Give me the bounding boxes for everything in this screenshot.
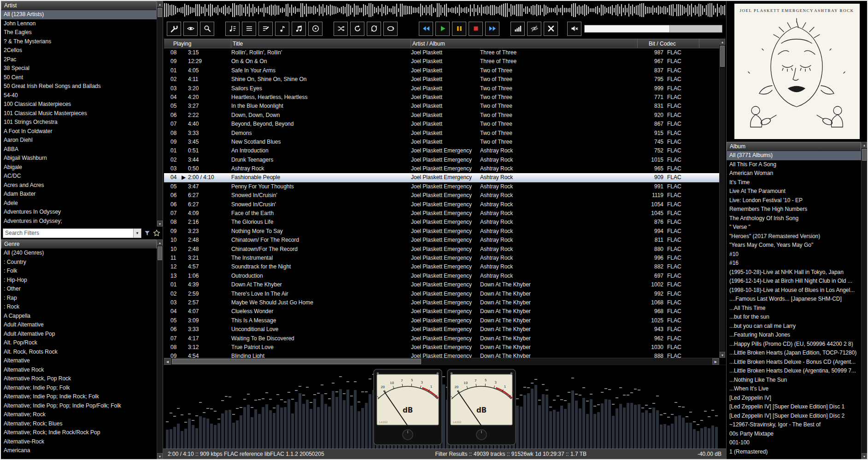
sync-button[interactable] bbox=[367, 22, 381, 36]
artist-list-item[interactable]: 2Pac bbox=[1, 55, 157, 64]
album-list-item[interactable]: [Led Zeppelin IV] [Super Deluxe Edition]… bbox=[727, 402, 861, 412]
scroll-up-button[interactable]: ▲ bbox=[862, 142, 867, 148]
genre-list-item[interactable]: Alternative; Indie Pop; Folk bbox=[1, 384, 157, 393]
search-dropdown-button[interactable]: ▼ bbox=[133, 229, 141, 238]
track-row[interactable]: 032:57Maybe We Should Just Go HomeJoel P… bbox=[164, 298, 719, 307]
track-row[interactable]: 102:48Chinatown/For The RecordJoel Plask… bbox=[164, 245, 719, 254]
genre-list-item[interactable]: : Rap bbox=[1, 294, 157, 303]
scrollbar-thumb[interactable] bbox=[158, 8, 162, 17]
artist-list-item[interactable]: Abigale bbox=[1, 163, 157, 172]
mute-button[interactable] bbox=[567, 22, 581, 36]
scrollbar-track[interactable] bbox=[157, 245, 163, 453]
album-list-item[interactable]: ....Famous Last Words... [Japanese SHM-C… bbox=[727, 295, 861, 304]
track-row[interactable]: 083:15Rollin', Rollin', Rollin'Joel Plas… bbox=[164, 48, 719, 57]
music-notes-button[interactable] bbox=[292, 22, 306, 36]
artist-list-item[interactable]: 38 Special bbox=[1, 64, 157, 73]
album-art[interactable]: JOEL PLASKETT EMERGENCY ASHTRAY ROCK bbox=[734, 4, 860, 139]
playlist-edit-button[interactable] bbox=[258, 22, 273, 36]
artist-list-item[interactable]: 100 Classical Masterpieces bbox=[1, 100, 157, 109]
genre-list-item[interactable]: Adult Alternative Pop bbox=[1, 330, 157, 339]
genre-list-item[interactable]: Adult Alternative bbox=[1, 320, 157, 330]
track-row[interactable]: 124:57Soundtrack for the NightJoel Plask… bbox=[164, 262, 719, 271]
album-list-item[interactable]: " Verse " bbox=[727, 223, 861, 232]
scrollbar-track[interactable] bbox=[171, 358, 712, 365]
artist-list-item[interactable]: 2Cellos bbox=[1, 46, 157, 55]
album-list-item[interactable]: "Heroes" (2017 Remastered Version) bbox=[727, 232, 861, 241]
column-header-artist-album[interactable]: Artist / Album bbox=[411, 39, 638, 48]
track-row[interactable]: 024:11Shine On, Shine On, Shine OnJoel P… bbox=[164, 75, 719, 84]
artist-list-item[interactable]: Adventures In Odyssey bbox=[1, 208, 157, 217]
artist-list-item[interactable]: Adele bbox=[1, 199, 157, 208]
hide-button[interactable] bbox=[527, 22, 541, 36]
track-row[interactable]: 102:48Chinatown/ For The RecordJoel Plas… bbox=[164, 236, 719, 245]
album-list-item[interactable]: [Led Zeppelin IV] bbox=[727, 394, 861, 403]
genre-list-item[interactable]: All (240 Genres) bbox=[1, 249, 157, 258]
track-row[interactable]: 074:09Face of the EarthJoel Plaskett Eme… bbox=[164, 209, 719, 218]
scrollbar-thumb[interactable] bbox=[862, 149, 867, 161]
track-row[interactable]: 053:09This Is A MessageJoel Plaskett Eme… bbox=[164, 316, 719, 325]
forward-button[interactable] bbox=[485, 22, 499, 36]
album-list-item[interactable]: It's Time bbox=[727, 178, 861, 187]
search-input[interactable] bbox=[3, 229, 133, 238]
shuffle-button[interactable] bbox=[334, 22, 348, 36]
track-row[interactable]: 066:27Snowed In/Cruisin'Joel Plaskett Em… bbox=[164, 191, 719, 200]
scrollbar-track[interactable] bbox=[157, 7, 163, 221]
track-row[interactable]: 083:12True Patriot LoveJoel Plaskett Eme… bbox=[164, 343, 719, 352]
album-list-item[interactable]: 001-100 bbox=[727, 438, 861, 448]
genre-list-item[interactable]: : Rock bbox=[1, 303, 157, 312]
playlist-note-button[interactable] bbox=[225, 22, 240, 36]
track-row[interactable]: 030:50Ashtray RockJoel Plaskett Emergenc… bbox=[164, 164, 719, 173]
track-row[interactable]: 014:39Down At The KhyberJoel Plaskett Em… bbox=[164, 280, 719, 289]
artist-list-item[interactable]: 50 Cent bbox=[1, 73, 157, 82]
scrollbar-track[interactable] bbox=[862, 148, 867, 453]
album-list-item[interactable]: American Woman bbox=[727, 169, 861, 178]
scrollbar-thumb[interactable] bbox=[158, 246, 162, 260]
album-list-item[interactable]: ...Little Broken Hearts Deluxe (Argentin… bbox=[727, 367, 861, 376]
track-row[interactable]: 062:22Down, Down, DownJoel PlaskettTwo o… bbox=[164, 111, 719, 120]
album-list-item[interactable]: ...Nothing Like The Sun bbox=[727, 376, 861, 385]
track-row[interactable]: 094:54Blinding LightJoel Plaskett Emerge… bbox=[164, 352, 719, 358]
preferences-button[interactable] bbox=[167, 22, 181, 36]
scrollbar-thumb[interactable] bbox=[172, 359, 421, 364]
scrollbar-thumb[interactable] bbox=[720, 46, 725, 67]
column-header-title[interactable]: Title bbox=[231, 39, 411, 48]
track-row[interactable]: 010:51An IntroductionJoel Plaskett Emerg… bbox=[164, 146, 719, 155]
track-row[interactable]: 053:47Penny For Your ThoughtsJoel Plaske… bbox=[164, 182, 719, 191]
album-list-item[interactable]: Live: London Festival '10 - EP bbox=[727, 196, 861, 205]
scroll-right-button[interactable]: ▶ bbox=[712, 358, 719, 365]
track-row[interactable]: 014:05Safe In Your ArmsJoel PlaskettTwo … bbox=[164, 66, 719, 75]
track-row[interactable]: 044:07Clueless WonderJoel Plaskett Emerg… bbox=[164, 307, 719, 316]
artist-list-item[interactable]: The Eagles bbox=[1, 28, 157, 37]
artist-list-item[interactable]: ABBA bbox=[1, 145, 157, 154]
track-row[interactable]: 023:44Drunk TeenagersJoel Plaskett Emerg… bbox=[164, 156, 719, 164]
album-list-item[interactable]: ...All This Time bbox=[727, 304, 861, 313]
album-list-item[interactable]: All (3771 Albums) bbox=[727, 151, 861, 160]
scroll-down-button[interactable]: ▼ bbox=[157, 453, 163, 459]
album-list-item[interactable]: ...Little Broken Hearts (Japan Edition, … bbox=[727, 349, 861, 358]
track-row[interactable]: 0912:29On & On & OnJoel PlaskettThree of… bbox=[164, 57, 719, 66]
track-row[interactable]: 074:40Beyond, Beyond, BeyondJoel Plasket… bbox=[164, 120, 719, 128]
genre-list-item[interactable]: Alternative; Rock; Blues bbox=[1, 419, 157, 429]
play-button[interactable] bbox=[435, 22, 450, 36]
album-list-item[interactable]: #16 bbox=[727, 259, 861, 268]
track-row[interactable]: 066:27Snowed In/Crusin'Joel Plaskett Eme… bbox=[164, 200, 719, 209]
scroll-down-button[interactable]: ▼ bbox=[862, 453, 867, 459]
track-row[interactable]: 131:06OutroductionJoel Plaskett Emergenc… bbox=[164, 272, 719, 280]
artist-list-item[interactable]: 101 Classical Music Masterpieces bbox=[1, 109, 157, 118]
scroll-down-button[interactable]: ▼ bbox=[720, 352, 725, 358]
genre-list-item[interactable]: : Country bbox=[1, 258, 157, 267]
album-scrollbar[interactable]: ▲▼ bbox=[861, 142, 867, 459]
track-row[interactable]: 044:20Heartless, Heartless, HeartlessJoe… bbox=[164, 93, 719, 102]
album-list-item[interactable]: (1996-12-14)-Live at Birch Hill Night Cl… bbox=[727, 277, 861, 286]
track-hscrollbar[interactable]: ◀▶ bbox=[164, 358, 719, 365]
genre-list-item[interactable]: Alternative; Rock bbox=[1, 410, 157, 419]
scrollbar-track[interactable] bbox=[720, 45, 725, 352]
album-list-item[interactable]: ...Happy Pills (Promo CD) (EU, 509996 44… bbox=[727, 340, 861, 349]
track-row[interactable]: 083:33DemonsJoel PlaskettTwo of Three915… bbox=[164, 129, 719, 138]
genre-list-item[interactable]: Alternative; Rock; Indie Rock/Rock Pop bbox=[1, 428, 157, 437]
track-row[interactable]: 022:59There's Love In The AirJoel Plaske… bbox=[164, 290, 719, 298]
scroll-up-button[interactable]: ▲ bbox=[720, 39, 725, 45]
filter-sync-icon[interactable] bbox=[143, 229, 151, 237]
genre-list-item[interactable]: Alt. Rock, Roots Rock bbox=[1, 348, 157, 357]
scroll-up-button[interactable]: ▲ bbox=[157, 1, 163, 7]
